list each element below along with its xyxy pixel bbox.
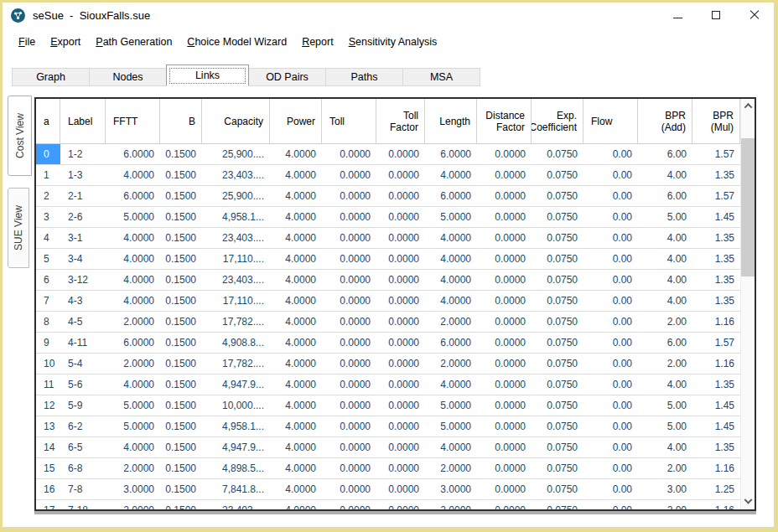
cell-b[interactable]: 0.1500 (160, 333, 202, 353)
close-button[interactable] (735, 3, 774, 28)
cell-toll[interactable]: 0.0000 (322, 458, 376, 478)
cell-label[interactable]: 6-5 (60, 437, 106, 457)
cell-exp_coefficient[interactable]: 0.0750 (532, 270, 584, 290)
cell-power[interactable]: 4.0000 (270, 479, 322, 499)
cell-bpr_mul[interactable]: 1.57 (692, 186, 740, 206)
cell-b[interactable]: 0.1500 (160, 207, 202, 227)
row-index-cell[interactable]: 16 (36, 479, 60, 499)
cell-bpr_mul[interactable]: 1.57 (692, 144, 740, 164)
minimize-button[interactable] (658, 3, 697, 28)
row-index-cell[interactable]: 0 (36, 144, 60, 164)
cell-fftt[interactable]: 3.0000 (106, 479, 160, 499)
cell-b[interactable]: 0.1500 (160, 416, 202, 436)
row-index-cell[interactable]: 5 (36, 249, 60, 269)
cell-distance_factor[interactable]: 0.0000 (477, 395, 532, 416)
cell-exp_coefficient[interactable]: 0.0750 (532, 479, 584, 499)
cell-fftt[interactable]: 2.0000 (106, 354, 160, 374)
tab-od-pairs[interactable]: OD Pairs (248, 68, 326, 86)
cell-flow[interactable]: 0.00 (584, 479, 638, 499)
row-index-cell[interactable]: 3 (36, 207, 60, 227)
cell-capacity[interactable]: 4,898.5... (202, 458, 270, 478)
cell-bpr_add[interactable]: 6.00 (638, 186, 692, 206)
column-header-exp_coefficient[interactable]: Exp. Coefficient (532, 99, 584, 143)
scroll-down-button[interactable] (741, 495, 755, 509)
cell-bpr_mul[interactable]: 1.35 (692, 165, 740, 185)
cell-flow[interactable]: 0.00 (584, 374, 638, 395)
row-index-cell[interactable]: 14 (36, 437, 60, 457)
cell-fftt[interactable]: 2.0000 (106, 500, 160, 509)
cell-b[interactable]: 0.1500 (160, 479, 202, 499)
cell-toll[interactable]: 0.0000 (322, 374, 376, 395)
cell-length[interactable]: 4.0000 (425, 270, 477, 290)
cell-toll_factor[interactable]: 0.0000 (376, 395, 425, 416)
column-header-bpr_add[interactable]: BPR (Add) (638, 99, 692, 143)
cell-flow[interactable]: 0.00 (584, 165, 638, 185)
cell-length[interactable]: 4.0000 (425, 249, 477, 269)
cell-label[interactable]: 3-1 (60, 228, 106, 248)
cell-flow[interactable]: 0.00 (584, 228, 638, 248)
cell-fftt[interactable]: 4.0000 (106, 270, 160, 290)
cell-bpr_add[interactable]: 6.00 (638, 333, 692, 353)
scrollbar-thumb[interactable] (741, 138, 755, 276)
row-index-cell[interactable]: 6 (36, 270, 60, 290)
cell-flow[interactable]: 0.00 (584, 437, 638, 457)
menu-path-generation[interactable]: Path Generation (88, 36, 179, 48)
cell-power[interactable]: 4.0000 (270, 186, 322, 206)
cell-toll_factor[interactable]: 0.0000 (376, 437, 425, 457)
cell-label[interactable]: 3-12 (60, 270, 106, 290)
row-index-cell[interactable]: 17 (36, 500, 60, 509)
cell-capacity[interactable]: 23,403.... (202, 165, 270, 185)
cell-power[interactable]: 4.0000 (270, 354, 322, 374)
cell-fftt[interactable]: 5.0000 (106, 395, 160, 416)
row-index-cell[interactable]: 7 (36, 291, 60, 311)
column-header-a[interactable]: a (36, 99, 60, 143)
row-index-cell[interactable]: 13 (36, 416, 60, 436)
cell-toll_factor[interactable]: 0.0000 (376, 270, 425, 290)
cell-length[interactable]: 2.0000 (425, 354, 477, 374)
cell-length[interactable]: 3.0000 (425, 479, 477, 499)
cell-bpr_add[interactable]: 5.00 (638, 416, 692, 436)
cell-bpr_add[interactable]: 4.00 (638, 437, 692, 457)
cell-bpr_mul[interactable]: 1.25 (692, 479, 740, 499)
cell-b[interactable]: 0.1500 (160, 354, 202, 374)
cell-power[interactable]: 4.0000 (270, 291, 322, 311)
cell-b[interactable]: 0.1500 (160, 458, 202, 478)
column-header-label[interactable]: Label (60, 99, 106, 143)
maximize-button[interactable] (697, 3, 735, 28)
cell-toll_factor[interactable]: 0.0000 (376, 479, 425, 499)
cell-fftt[interactable]: 5.0000 (106, 207, 160, 227)
column-header-power[interactable]: Power (270, 99, 322, 143)
cell-b[interactable]: 0.1500 (160, 500, 202, 509)
tab-nodes[interactable]: Nodes (89, 68, 167, 86)
column-header-b[interactable]: B (160, 99, 202, 143)
cell-toll[interactable]: 0.0000 (322, 291, 376, 311)
row-index-cell[interactable]: 1 (36, 165, 60, 185)
cell-fftt[interactable]: 6.0000 (106, 144, 160, 164)
cell-length[interactable]: 5.0000 (425, 416, 477, 436)
cell-exp_coefficient[interactable]: 0.0750 (532, 395, 584, 416)
cell-toll_factor[interactable]: 0.0000 (376, 500, 425, 509)
cell-flow[interactable]: 0.00 (584, 416, 638, 436)
cell-distance_factor[interactable]: 0.0000 (477, 165, 532, 185)
cell-bpr_add[interactable]: 2.00 (638, 312, 692, 332)
cell-bpr_mul[interactable]: 1.16 (692, 458, 740, 478)
column-header-toll[interactable]: Toll (322, 99, 376, 143)
cell-b[interactable]: 0.1500 (160, 291, 202, 311)
cell-exp_coefficient[interactable]: 0.0750 (532, 228, 584, 248)
row-index-cell[interactable]: 2 (36, 186, 60, 206)
cell-exp_coefficient[interactable]: 0.0750 (532, 374, 584, 395)
cell-bpr_add[interactable]: 6.00 (638, 144, 692, 164)
cell-power[interactable]: 4.0000 (270, 228, 322, 248)
cell-length[interactable]: 2.0000 (425, 312, 477, 332)
cell-distance_factor[interactable]: 0.0000 (477, 312, 532, 332)
cell-label[interactable]: 2-6 (60, 207, 106, 227)
cell-label[interactable]: 7-18 (60, 500, 106, 509)
cell-flow[interactable]: 0.00 (584, 270, 638, 290)
cell-distance_factor[interactable]: 0.0000 (477, 374, 532, 395)
cell-distance_factor[interactable]: 0.0000 (477, 186, 532, 206)
cell-capacity[interactable]: 4,958.1... (202, 416, 270, 436)
cell-b[interactable]: 0.1500 (160, 165, 202, 185)
row-index-cell[interactable]: 4 (36, 228, 60, 248)
cell-distance_factor[interactable]: 0.0000 (477, 207, 532, 227)
row-index-cell[interactable]: 8 (36, 312, 60, 332)
